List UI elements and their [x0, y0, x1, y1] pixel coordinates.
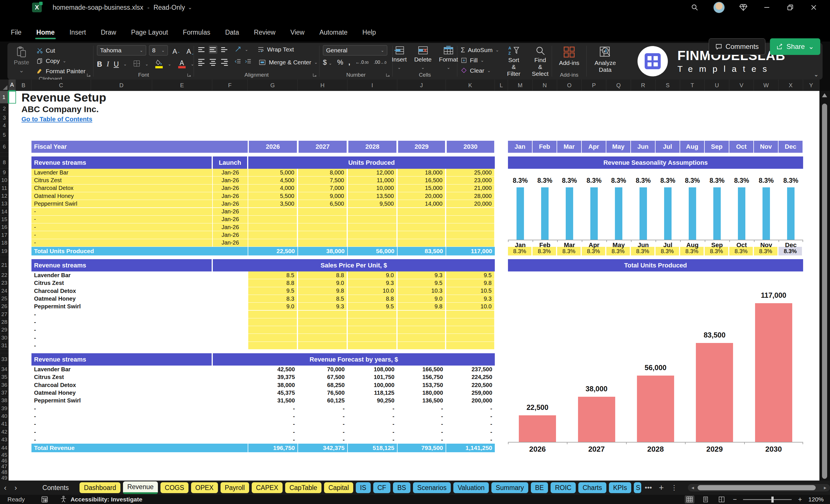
cell[interactable]: - — [348, 412, 397, 420]
cell[interactable]: 100,000 — [348, 381, 397, 389]
row-header-31[interactable]: 31 — [0, 342, 8, 350]
insert-cells-button[interactable]: Insert⌄ — [388, 45, 410, 71]
comma-format-icon[interactable]: , — [348, 58, 350, 66]
clipboard-dialog-launcher[interactable] — [86, 73, 91, 77]
cell[interactable]: 16,500 — [397, 177, 446, 184]
row-header-30[interactable]: 30 — [0, 334, 8, 342]
cell[interactable] — [348, 326, 397, 334]
cell[interactable]: - — [397, 412, 446, 420]
column-header-W[interactable]: W — [754, 80, 778, 91]
cell[interactable] — [397, 326, 446, 334]
align-middle-icon[interactable] — [209, 45, 217, 54]
cell[interactable]: - — [31, 412, 212, 420]
cell[interactable]: 8.8 — [348, 295, 397, 303]
column-header-E[interactable]: E — [152, 80, 212, 91]
scroll-up-icon[interactable] — [822, 93, 827, 97]
cell[interactable]: 68,250 — [298, 381, 347, 389]
cell[interactable] — [446, 239, 495, 247]
fiscal-year-label[interactable]: Fiscal Year — [31, 141, 248, 153]
cell[interactable]: 10.3 — [397, 287, 446, 295]
cell[interactable]: Jan-26 — [213, 177, 248, 184]
column-header-Q[interactable]: Q — [606, 80, 631, 91]
menu-tab-home[interactable]: Home — [36, 29, 55, 39]
total-revenue-value[interactable]: 196,750 — [248, 444, 297, 452]
cell[interactable]: 21,000 — [446, 185, 495, 192]
month-header-nov[interactable]: Nov — [754, 141, 778, 153]
cell[interactable]: 12,000 — [348, 169, 397, 177]
cell[interactable]: 20,000 — [397, 192, 446, 200]
menu-tab-view[interactable]: View — [290, 29, 304, 39]
cell[interactable]: 166,500 — [397, 366, 446, 373]
sheet-tab-contents[interactable]: Contents — [38, 482, 73, 493]
total-units-value[interactable]: 117,000 — [446, 247, 495, 255]
sheet-tab-cogs[interactable]: COGS — [160, 482, 189, 493]
fill-button[interactable]: Fill⌄ — [461, 56, 499, 65]
total-revenue-value[interactable]: 518,125 — [348, 444, 397, 452]
cell[interactable]: - — [298, 420, 347, 428]
cell[interactable] — [446, 334, 495, 342]
cell[interactable] — [348, 334, 397, 342]
cell[interactable]: 9,000 — [298, 192, 347, 200]
row-header-4[interactable]: 4 — [0, 122, 8, 129]
row-header-44[interactable]: 44 — [0, 444, 8, 452]
table-of-contents-link[interactable]: Go to Table of Contents — [22, 116, 92, 123]
total-units-chart[interactable]: 22,500202638,000202756,000202883,5002029… — [508, 272, 803, 452]
cell[interactable]: 25,000 — [446, 169, 495, 177]
row-header-10[interactable]: 10 — [0, 177, 8, 184]
accessibility-icon[interactable] — [60, 496, 67, 503]
cell[interactable]: - — [31, 420, 212, 428]
month-header-jan[interactable]: Jan — [508, 141, 532, 153]
cell[interactable]: - — [446, 428, 495, 436]
cell[interactable]: Citrus Zest — [31, 373, 212, 381]
next-sheet-icon[interactable]: › — [10, 483, 21, 492]
row-header-13[interactable]: 13 — [0, 200, 8, 208]
addins-button[interactable]: Add-ins — [555, 45, 583, 67]
cell[interactable]: Citrus Zest — [31, 279, 212, 287]
premium-diamond-icon[interactable] — [738, 3, 748, 12]
cell[interactable] — [298, 311, 347, 318]
cell[interactable]: Oatmeal Honey — [31, 389, 212, 397]
month-header-apr[interactable]: Apr — [582, 141, 606, 153]
row-header-27[interactable]: 27 — [0, 311, 8, 318]
cell[interactable]: 31,500 — [248, 397, 297, 405]
cell[interactable]: - — [348, 420, 397, 428]
cell[interactable]: Jan-26 — [213, 192, 248, 200]
cell[interactable] — [348, 223, 397, 231]
row-header-22[interactable]: 22 — [0, 272, 8, 279]
row-header-6[interactable]: 6 — [0, 141, 8, 153]
cell[interactable]: 9.8 — [397, 303, 446, 310]
cell[interactable] — [298, 216, 347, 223]
prices-header-streams[interactable]: Revenue streams — [31, 259, 212, 272]
sheet-tab-valuation[interactable]: Valuation — [453, 482, 489, 493]
fiscal-year-2029[interactable]: 2029 — [398, 141, 445, 153]
sheet-tab-be[interactable]: BE — [531, 482, 548, 493]
month-header-jun[interactable]: Jun — [631, 141, 655, 153]
cell[interactable]: - — [248, 428, 297, 436]
total-units-label[interactable]: Total Units Produced — [31, 247, 248, 255]
cell[interactable]: Jan-26 — [213, 185, 248, 192]
cell[interactable]: - — [348, 405, 397, 412]
cell[interactable]: 237,500 — [446, 366, 495, 373]
cell[interactable]: 101,750 — [348, 373, 397, 381]
cell[interactable]: 67,500 — [298, 373, 347, 381]
cell[interactable]: 90,250 — [348, 397, 397, 405]
row-header-11[interactable]: 11 — [0, 185, 8, 192]
row-header-19[interactable]: 19 — [0, 247, 8, 255]
prices-header-title[interactable]: Sales Price Per Unit, $ — [213, 259, 495, 272]
total-units-value[interactable]: 38,000 — [298, 247, 347, 255]
row-header-37[interactable]: 37 — [0, 389, 8, 397]
row-header-29[interactable]: 29 — [0, 326, 8, 334]
cell[interactable]: 45,375 — [248, 389, 297, 397]
cell[interactable] — [248, 216, 297, 223]
total-revenue-label[interactable]: Total Revenue — [31, 444, 248, 452]
cell[interactable]: 8.3 — [248, 295, 297, 303]
row-header-20[interactable] — [0, 255, 8, 259]
row-header-15[interactable]: 15 — [0, 216, 8, 223]
cell[interactable]: 15,000 — [397, 185, 446, 192]
cell[interactable] — [397, 318, 446, 326]
cell[interactable] — [446, 318, 495, 326]
cell[interactable]: - — [31, 405, 212, 412]
font-size-select[interactable]: 8⌄ — [149, 45, 168, 56]
cell[interactable]: Jan-26 — [213, 216, 248, 223]
row-header-26[interactable]: 26 — [0, 303, 8, 310]
